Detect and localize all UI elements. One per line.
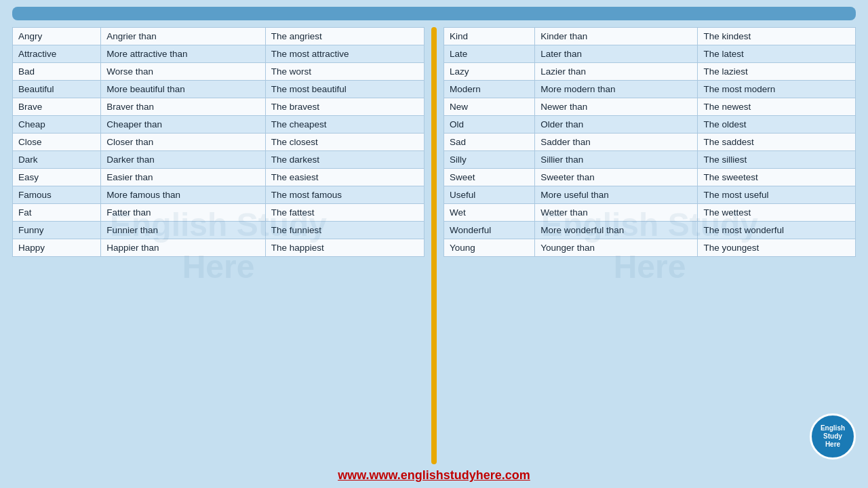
table-cell: More modern than: [535, 81, 698, 98]
table-cell: Funnier than: [101, 222, 265, 239]
table-row: BeautifulMore beautiful thanThe most bea…: [13, 81, 425, 98]
table-cell: The newest: [698, 98, 856, 116]
table-cell: Wetter than: [535, 204, 698, 222]
table-row: FamousMore famous thanThe most famous: [13, 186, 425, 204]
table-cell: Sillier than: [535, 151, 698, 169]
table-cell: More beautiful than: [101, 81, 265, 98]
table-cell: The closest: [265, 134, 424, 151]
table-cell: The darkest: [265, 151, 424, 169]
table-row: UsefulMore useful thanThe most useful: [444, 186, 856, 204]
table-cell: The wettest: [698, 204, 856, 222]
table-row: DarkDarker thanThe darkest: [13, 151, 425, 169]
table-cell: Modern: [444, 81, 535, 98]
table-cell: Fat: [13, 204, 101, 222]
table-cell: Cheaper than: [101, 116, 265, 134]
left-table-wrapper: English StudyHere AngryAngrier thanThe a…: [12, 27, 425, 464]
table-cell: The saddest: [698, 134, 856, 151]
table-cell: Lazy: [444, 63, 535, 81]
table-cell: Easy: [13, 169, 101, 186]
table-cell: The most beautiful: [265, 81, 424, 98]
logo-badge: English StudyHere: [810, 413, 856, 460]
table-row: KindKinder thanThe kindest: [444, 28, 856, 45]
table-cell: The most attractive: [265, 45, 424, 63]
table-cell: More wonderful than: [535, 222, 698, 239]
table-cell: Happier than: [101, 239, 265, 257]
table-cell: Young: [444, 239, 535, 257]
table-cell: Brave: [13, 98, 101, 116]
table-cell: Older than: [535, 116, 698, 134]
table-cell: More useful than: [535, 186, 698, 204]
table-cell: More famous than: [101, 186, 265, 204]
table-cell: The sweetest: [698, 169, 856, 186]
table-row: FatFatter thanThe fattest: [13, 204, 425, 222]
table-row: HappyHappier thanThe happiest: [13, 239, 425, 257]
table-row: AngryAngrier thanThe angriest: [13, 28, 425, 45]
table-cell: The bravest: [265, 98, 424, 116]
table-cell: Later than: [535, 45, 698, 63]
title-bar: [12, 7, 856, 20]
table-row: EasyEasier thanThe easiest: [13, 169, 425, 186]
table-row: LateLater thanThe latest: [444, 45, 856, 63]
table-cell: Angry: [13, 28, 101, 45]
table-cell: Sadder than: [535, 134, 698, 151]
table-row: CloseCloser thanThe closest: [13, 134, 425, 151]
table-cell: The cheapest: [265, 116, 424, 134]
table-cell: Newer than: [535, 98, 698, 116]
content-area: English StudyHere AngryAngrier thanThe a…: [12, 27, 856, 464]
table-cell: Late: [444, 45, 535, 63]
table-cell: The laziest: [698, 63, 856, 81]
right-table-wrapper: English StudyHere KindKinder thanThe kin…: [443, 27, 856, 464]
table-cell: Old: [444, 116, 535, 134]
table-row: LazyLazier thanThe laziest: [444, 63, 856, 81]
footer[interactable]: www.www.englishstudyhere.com: [338, 468, 530, 483]
table-cell: Easier than: [101, 169, 265, 186]
table-cell: Worse than: [101, 63, 265, 81]
table-cell: The most wonderful: [698, 222, 856, 239]
table-cell: The oldest: [698, 116, 856, 134]
table-row: BraveBraver thanThe bravest: [13, 98, 425, 116]
left-table: AngryAngrier thanThe angriestAttractiveM…: [12, 27, 425, 257]
table-cell: Close: [13, 134, 101, 151]
table-cell: Darker than: [101, 151, 265, 169]
table-cell: The kindest: [698, 28, 856, 45]
table-cell: The most useful: [698, 186, 856, 204]
table-cell: The latest: [698, 45, 856, 63]
main-container: English StudyHere AngryAngrier thanThe a…: [0, 0, 868, 488]
table-cell: Kinder than: [535, 28, 698, 45]
table-row: FunnyFunnier thanThe funniest: [13, 222, 425, 239]
table-cell: Kind: [444, 28, 535, 45]
table-cell: Happy: [13, 239, 101, 257]
table-cell: The happiest: [265, 239, 424, 257]
table-cell: Sweet: [444, 169, 535, 186]
table-cell: The angriest: [265, 28, 424, 45]
right-table: KindKinder thanThe kindestLateLater than…: [443, 27, 856, 257]
table-cell: Angrier than: [101, 28, 265, 45]
table-cell: Wonderful: [444, 222, 535, 239]
table-cell: Cheap: [13, 116, 101, 134]
table-row: YoungYounger thanThe youngest: [444, 239, 856, 257]
table-cell: Lazier than: [535, 63, 698, 81]
table-cell: Wet: [444, 204, 535, 222]
table-row: ModernMore modern thanThe most modern: [444, 81, 856, 98]
table-cell: Younger than: [535, 239, 698, 257]
table-cell: Beautiful: [13, 81, 101, 98]
table-row: WetWetter thanThe wettest: [444, 204, 856, 222]
table-cell: Closer than: [101, 134, 265, 151]
table-cell: Bad: [13, 63, 101, 81]
table-row: SweetSweeter thanThe sweetest: [444, 169, 856, 186]
table-row: AttractiveMore attractive thanThe most a…: [13, 45, 425, 63]
table-cell: Useful: [444, 186, 535, 204]
table-cell: The funniest: [265, 222, 424, 239]
table-cell: Braver than: [101, 98, 265, 116]
table-cell: Sweeter than: [535, 169, 698, 186]
table-cell: Famous: [13, 186, 101, 204]
table-cell: The easiest: [265, 169, 424, 186]
table-cell: The worst: [265, 63, 424, 81]
table-cell: Funny: [13, 222, 101, 239]
table-cell: The fattest: [265, 204, 424, 222]
table-cell: The youngest: [698, 239, 856, 257]
table-cell: The most famous: [265, 186, 424, 204]
table-row: OldOlder thanThe oldest: [444, 116, 856, 134]
table-cell: Fatter than: [101, 204, 265, 222]
table-cell: New: [444, 98, 535, 116]
